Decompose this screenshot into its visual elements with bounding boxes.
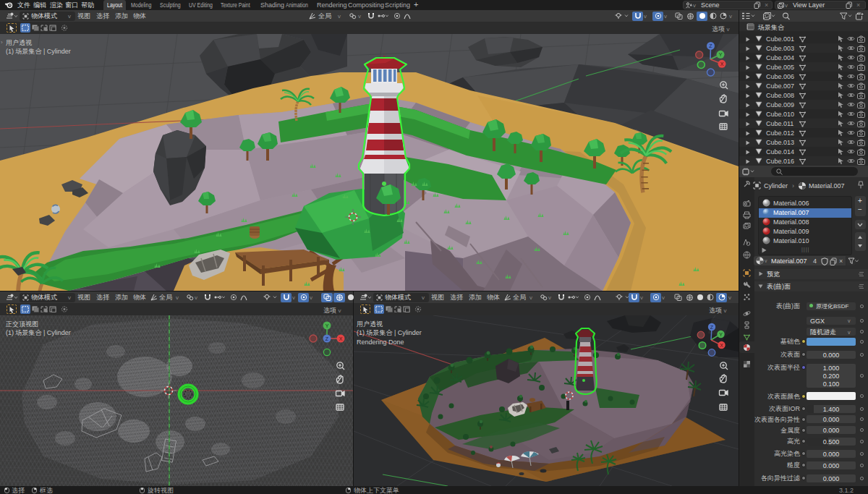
svg-text:Z: Z xyxy=(709,43,712,48)
svg-text:Z: Z xyxy=(326,336,329,341)
svg-text:X: X xyxy=(720,343,723,348)
svg-text:X: X xyxy=(720,61,724,67)
svg-text:Y: Y xyxy=(719,52,723,57)
svg-text:Y: Y xyxy=(719,332,723,337)
svg-text:X: X xyxy=(339,336,343,341)
svg-text:Z: Z xyxy=(710,325,714,330)
svg-text:Y: Y xyxy=(326,323,329,328)
